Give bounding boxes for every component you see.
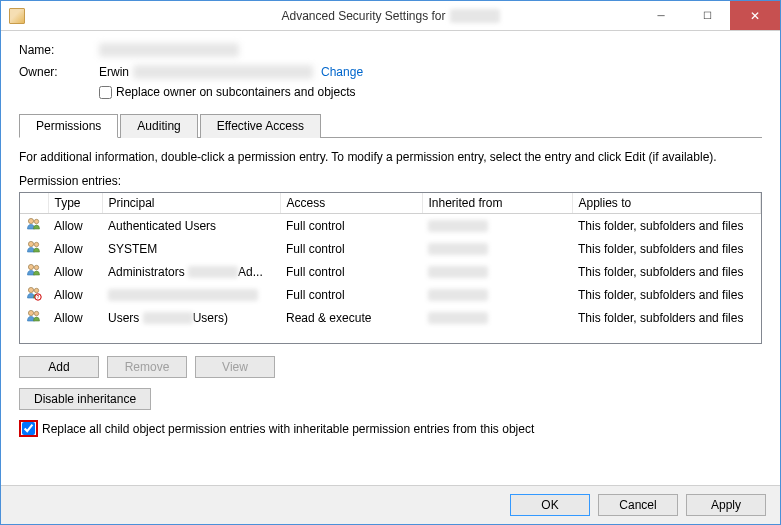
col-inherited[interactable]: Inherited from xyxy=(422,193,572,214)
svg-point-4 xyxy=(28,264,33,269)
cell-type: Allow xyxy=(48,237,102,260)
cell-access: Full control xyxy=(280,214,422,238)
cell-access: Full control xyxy=(280,283,422,306)
replace-child-label: Replace all child object permission entr… xyxy=(42,422,534,436)
svg-point-10 xyxy=(28,310,33,315)
col-access[interactable]: Access xyxy=(280,193,422,214)
tab-effective-access[interactable]: Effective Access xyxy=(200,114,321,138)
ok-button[interactable]: OK xyxy=(510,494,590,516)
cell-inherited xyxy=(422,237,572,260)
cell-access: Full control xyxy=(280,237,422,260)
perm-entries-label: Permission entries: xyxy=(19,174,762,188)
cell-applies: This folder, subfolders and files xyxy=(572,237,761,260)
titlebar: Advanced Security Settings for ─ ☐ ✕ xyxy=(1,1,780,31)
title-text: Advanced Security Settings for xyxy=(281,9,445,23)
tab-strip: Permissions Auditing Effective Access xyxy=(19,113,762,138)
table-row[interactable]: ?AllowFull controlThis folder, subfolder… xyxy=(20,283,761,306)
col-type[interactable]: Type xyxy=(48,193,102,214)
svg-point-3 xyxy=(34,242,38,246)
group-icon xyxy=(26,308,42,324)
permissions-table-wrap: Type Principal Access Inherited from App… xyxy=(19,192,762,344)
window-title: Advanced Security Settings for xyxy=(281,9,499,23)
table-row[interactable]: AllowAuthenticated UsersFull controlThis… xyxy=(20,214,761,238)
permissions-table: Type Principal Access Inherited from App… xyxy=(20,193,761,329)
disable-inheritance-button[interactable]: Disable inheritance xyxy=(19,388,151,410)
folder-icon xyxy=(9,8,25,24)
replace-child-highlight xyxy=(19,420,38,437)
inheritance-buttons: Disable inheritance xyxy=(19,388,762,410)
remove-button[interactable]: Remove xyxy=(107,356,187,378)
apply-button[interactable]: Apply xyxy=(686,494,766,516)
owner-name: Erwin xyxy=(99,65,129,79)
group-icon xyxy=(26,262,42,278)
col-principal[interactable]: Principal xyxy=(102,193,280,214)
window-controls: ─ ☐ ✕ xyxy=(638,1,780,30)
minimize-button[interactable]: ─ xyxy=(638,1,684,30)
cell-inherited xyxy=(422,260,572,283)
svg-point-5 xyxy=(34,265,38,269)
svg-point-2 xyxy=(28,241,33,246)
maximize-button[interactable]: ☐ xyxy=(684,1,730,30)
name-label: Name: xyxy=(19,43,99,57)
owner-account-redacted xyxy=(133,65,313,79)
cell-principal xyxy=(102,283,280,306)
svg-point-7 xyxy=(34,288,38,292)
col-icon[interactable] xyxy=(20,193,48,214)
cell-inherited xyxy=(422,283,572,306)
tab-permissions[interactable]: Permissions xyxy=(19,114,118,138)
cell-inherited xyxy=(422,214,572,238)
cell-applies: This folder, subfolders and files xyxy=(572,214,761,238)
svg-point-6 xyxy=(28,287,33,292)
cell-principal: Authenticated Users xyxy=(102,214,280,238)
add-button[interactable]: Add xyxy=(19,356,99,378)
entry-buttons: Add Remove View xyxy=(19,356,762,378)
cell-access: Full control xyxy=(280,260,422,283)
security-settings-window: Advanced Security Settings for ─ ☐ ✕ Nam… xyxy=(0,0,781,525)
owner-label: Owner: xyxy=(19,65,99,79)
cell-type: Allow xyxy=(48,260,102,283)
cell-principal: Administrators Ad... xyxy=(102,260,280,283)
owner-row: Owner: Erwin Change xyxy=(19,65,762,79)
close-button[interactable]: ✕ xyxy=(730,1,780,30)
svg-point-11 xyxy=(34,311,38,315)
cell-type: Allow xyxy=(48,306,102,329)
name-row: Name: xyxy=(19,43,762,57)
cell-applies: This folder, subfolders and files xyxy=(572,260,761,283)
cell-principal: Users Users) xyxy=(102,306,280,329)
cell-type: Allow xyxy=(48,283,102,306)
group-icon xyxy=(26,239,42,255)
table-row[interactable]: AllowSYSTEMFull controlThis folder, subf… xyxy=(20,237,761,260)
cell-principal: SYSTEM xyxy=(102,237,280,260)
group-icon xyxy=(26,216,42,232)
svg-point-1 xyxy=(34,219,38,223)
cell-applies: This folder, subfolders and files xyxy=(572,306,761,329)
svg-text:?: ? xyxy=(37,294,40,300)
replace-child-checkbox[interactable] xyxy=(22,422,35,435)
replace-child-row: Replace all child object permission entr… xyxy=(19,420,762,437)
tab-auditing[interactable]: Auditing xyxy=(120,114,197,138)
cell-access: Read & execute xyxy=(280,306,422,329)
svg-point-0 xyxy=(28,218,33,223)
cancel-button[interactable]: Cancel xyxy=(598,494,678,516)
dialog-footer: OK Cancel Apply xyxy=(1,485,780,524)
change-owner-link[interactable]: Change xyxy=(321,65,363,79)
col-applies[interactable]: Applies to xyxy=(572,193,761,214)
table-row[interactable]: AllowUsers Users)Read & executeThis fold… xyxy=(20,306,761,329)
replace-owner-label: Replace owner on subcontainers and objec… xyxy=(116,85,355,99)
title-target-redacted xyxy=(450,9,500,23)
group-icon: ? xyxy=(26,285,42,301)
cell-type: Allow xyxy=(48,214,102,238)
content-area: Name: Owner: Erwin Change Replace owner … xyxy=(1,31,780,485)
cell-inherited xyxy=(422,306,572,329)
replace-owner-row: Replace owner on subcontainers and objec… xyxy=(99,85,762,99)
name-value-redacted xyxy=(99,43,239,57)
view-button[interactable]: View xyxy=(195,356,275,378)
replace-owner-checkbox[interactable] xyxy=(99,86,112,99)
info-text: For additional information, double-click… xyxy=(19,150,762,164)
table-row[interactable]: AllowAdministrators Ad...Full controlThi… xyxy=(20,260,761,283)
cell-applies: This folder, subfolders and files xyxy=(572,283,761,306)
